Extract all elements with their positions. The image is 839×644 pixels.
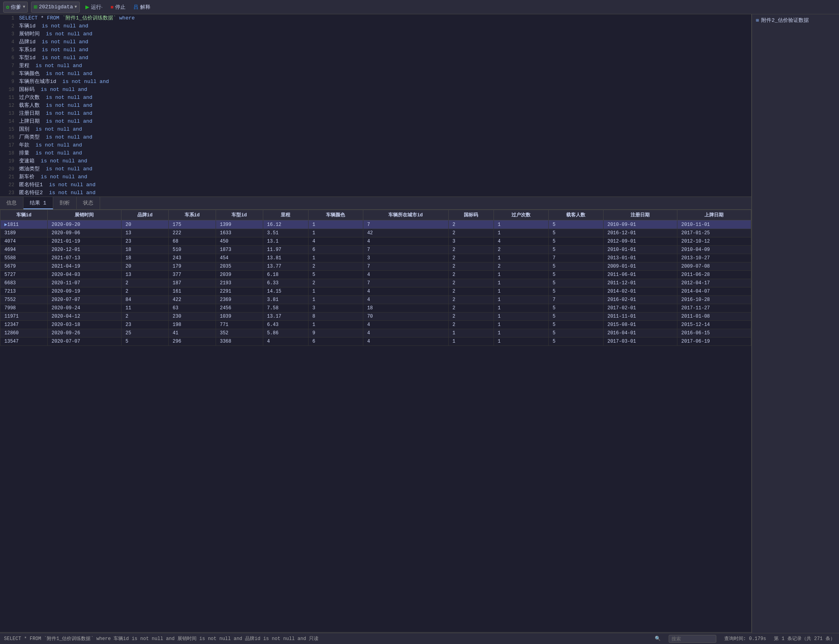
table-cell: 7 [548, 254, 603, 262]
table-cell: 2 [448, 254, 494, 262]
table-cell: 13547 [0, 337, 48, 346]
run-icon: ▶ [85, 4, 89, 10]
table-row[interactable]: 40742021-01-19236845013.1443452012-09-01… [0, 237, 751, 246]
sql-line: 14上牌日期 is not null and [0, 118, 751, 125]
table-row[interactable]: 119712020-04-122230103913.178702152011-1… [0, 312, 751, 321]
col-header[interactable]: 载客人数 [548, 210, 603, 220]
table-cell: 352 [216, 329, 263, 337]
table-cell: 11 [121, 304, 168, 312]
table-row[interactable]: 128602020-09-2625413525.86941152016-04-0… [0, 329, 751, 337]
table-cell: 5 [548, 246, 603, 254]
col-header[interactable]: 国标码 [448, 210, 494, 220]
toolbar: ✿ 你爹 ▼ ⊞ 2021bigdata ▼ ▶ 运行· ■ 停止 吕 解释 [0, 0, 839, 14]
run-label: 运行· [91, 4, 103, 11]
table-cell: 175 [168, 220, 216, 229]
col-header[interactable]: 里程 [263, 210, 308, 220]
table-row[interactable]: 55882021-07-131824345413.81132172013-01-… [0, 254, 751, 262]
table-cell: 2193 [216, 279, 263, 287]
table-row[interactable]: 31892020-09-061322216333.511422152016-12… [0, 229, 751, 237]
table-row[interactable]: 72132020-09-192161229114.15142152014-02-… [0, 287, 751, 296]
table-cell: 6 [308, 246, 363, 254]
sql-line: 3展销时间 is not null and [0, 30, 751, 38]
table-cell: 1 [308, 254, 363, 262]
col-header[interactable]: 展销时间 [47, 210, 121, 220]
table-cell: 2 [121, 312, 168, 321]
table-cell: 2 [448, 279, 494, 287]
table-cell: 2010-04-09 [677, 246, 751, 254]
sql-line: 1SELECT * FROM `附件1_估价训练数据` where [0, 14, 751, 22]
table-cell: 5 [548, 237, 603, 246]
stop-button[interactable]: ■ 停止 [108, 3, 128, 12]
table-cell: 4074 [0, 237, 48, 246]
table-cell: 5 [121, 337, 168, 346]
table-cell: 2 [448, 262, 494, 271]
table-row[interactable]: 57272020-04-031337720396.18542152011-06-… [0, 271, 751, 279]
col-header[interactable]: 车系id [168, 210, 216, 220]
db-label: 你爹 [11, 4, 21, 11]
table-cell: 1399 [216, 220, 263, 229]
col-header[interactable]: 品牌id [121, 210, 168, 220]
table-cell: 771 [216, 321, 263, 329]
sql-line: 18排量 is not null and [0, 149, 751, 157]
table-cell: 5679 [0, 262, 48, 271]
table-cell: 5 [548, 312, 603, 321]
table-cell: 1 [494, 229, 548, 237]
tab-state[interactable]: 状态 [77, 197, 100, 209]
table-row[interactable]: 135472020-07-07529633684641152017-03-012… [0, 337, 751, 346]
table-cell: 13.81 [263, 254, 308, 262]
table-icon: ⊞ [756, 17, 759, 23]
table-cell: 2020-09-20 [47, 220, 121, 229]
table-cell: 2 [308, 262, 363, 271]
table-cell: 2020-03-18 [47, 321, 121, 329]
table-row[interactable]: 46942020-12-0118510187311.97672252010-01… [0, 246, 751, 254]
sidebar-item[interactable]: ⊞附件2_估价验证数据 [752, 14, 839, 26]
table-cell: 2035 [216, 262, 263, 271]
table-cell: 12860 [0, 329, 48, 337]
col-header[interactable]: 注册日期 [603, 210, 677, 220]
table-cell: 187 [168, 279, 216, 287]
status-sql-preview: SELECT * FROM `附件1_估价训练数据` where 车辆id is… [4, 635, 647, 642]
table-cell: 1 [494, 312, 548, 321]
table-cell: 2020-09-06 [47, 229, 121, 237]
sql-editor[interactable]: 1SELECT * FROM `附件1_估价训练数据` where2车辆id i… [0, 14, 751, 197]
db-selector[interactable]: ✿ 你爹 ▼ [3, 2, 28, 13]
table-cell: 2017-11-27 [677, 304, 751, 312]
table-cell: ▶1811 [0, 220, 48, 229]
table-row[interactable]: 56792021-04-1920179203513.77272252009-01… [0, 262, 751, 271]
table-row[interactable]: 75522020-07-078442223693.81142172016-02-… [0, 296, 751, 304]
table-cell: 5 [308, 271, 363, 279]
table-cell: 7 [363, 220, 448, 229]
schema-icon: ⊞ [34, 4, 37, 10]
sql-line: 13注册日期 is not null and [0, 110, 751, 118]
table-cell: 11.97 [263, 246, 308, 254]
table-cell: 6 [308, 337, 363, 346]
table-cell: 230 [168, 312, 216, 321]
explain-label: 解释 [140, 4, 150, 11]
table-row[interactable]: 123472020-03-18231987716.43142152015-08-… [0, 321, 751, 329]
table-row[interactable]: 79982020-09-24116324567.583182152017-02-… [0, 304, 751, 312]
table-cell: 1 [494, 254, 548, 262]
search-input[interactable] [669, 635, 716, 643]
col-header[interactable]: 车辆id [0, 210, 48, 220]
col-header[interactable]: 车辆所在城市id [363, 210, 448, 220]
left-panel: 1SELECT * FROM `附件1_估价训练数据` where2车辆id i… [0, 14, 752, 644]
col-header[interactable]: 车辆颜色 [308, 210, 363, 220]
table-row[interactable]: 66832020-11-07218721936.33272152011-12-0… [0, 279, 751, 287]
tab-info[interactable]: 信息 [0, 197, 23, 209]
table-cell: 2 [448, 246, 494, 254]
explain-icon: 吕 [133, 4, 139, 11]
table-cell: 2020-09-26 [47, 329, 121, 337]
tab-analysis[interactable]: 剖析 [53, 197, 77, 209]
table-row[interactable]: ▶18112020-09-2020175139916.12172152010-0… [0, 220, 751, 229]
explain-button[interactable]: 吕 解释 [131, 3, 153, 12]
run-button[interactable]: ▶ 运行· [83, 3, 105, 12]
tab-result1[interactable]: 结果 1 [23, 197, 53, 209]
record-info: 第 1 条记录（共 271 条） [774, 635, 835, 642]
col-header[interactable]: 上牌日期 [677, 210, 751, 220]
schema-selector[interactable]: ⊞ 2021bigdata ▼ [31, 2, 79, 13]
table-cell: 198 [168, 321, 216, 329]
table-cell: 23 [121, 237, 168, 246]
col-header[interactable]: 过户次数 [494, 210, 548, 220]
results-area[interactable]: 车辆id展销时间品牌id车系id车型id里程车辆颜色车辆所在城市id国标码过户次… [0, 210, 751, 632]
col-header[interactable]: 车型id [216, 210, 263, 220]
